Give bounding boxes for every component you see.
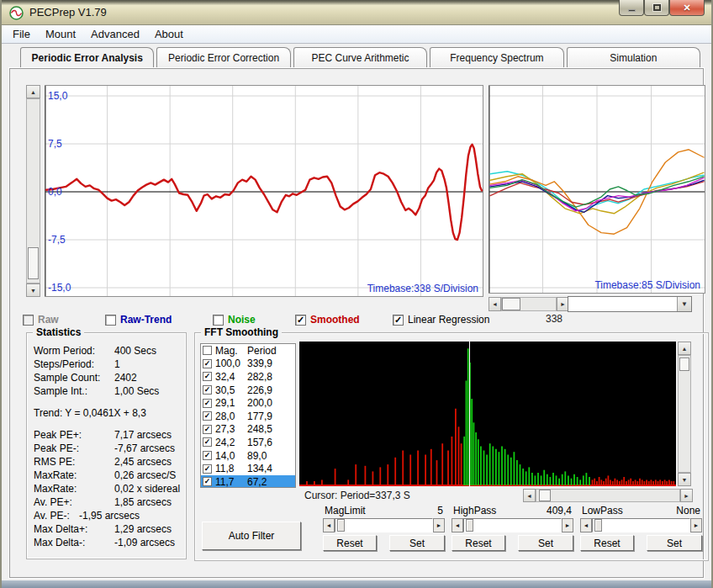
- fft-period-value: 67,2: [247, 476, 295, 488]
- highpass-slider[interactable]: ◄►: [452, 518, 573, 532]
- toggle-raw-trend[interactable]: Raw-Trend: [105, 314, 172, 326]
- menu-item-file[interactable]: File: [5, 26, 38, 42]
- fft-list-row[interactable]: ✓32,4282,8: [201, 370, 295, 384]
- fft-spectrum-chart[interactable]: [299, 342, 676, 486]
- periodic-error-chart[interactable]: 15,07,50,0-7,5-15,0Timebase:338 S/Divisi…: [45, 85, 483, 297]
- fft-period-value: 177,9: [247, 411, 295, 422]
- fft-list-row[interactable]: ✓27,3248,5: [201, 423, 295, 437]
- checkbox-checked[interactable]: ✓: [203, 464, 212, 474]
- slider-thumb[interactable]: [466, 519, 473, 532]
- menu-item-about[interactable]: About: [147, 26, 191, 42]
- checkbox-checked[interactable]: ✓: [295, 315, 306, 326]
- scroll-down-icon[interactable]: ▼: [678, 473, 691, 486]
- stats-row: Max Delta-:-1,09 arcsecs: [27, 537, 186, 550]
- header-checkbox[interactable]: [203, 346, 212, 355]
- toggle-linear-regression[interactable]: ✓Linear Regression: [393, 314, 489, 326]
- stat-value: 1: [114, 358, 120, 370]
- filter-label: LowPass: [582, 505, 623, 516]
- stat-value: 0,02 x sidereal: [114, 483, 180, 495]
- menu-item-mount[interactable]: Mount: [38, 26, 83, 42]
- toggle-smoothed[interactable]: ✓Smoothed: [295, 314, 360, 326]
- maximize-button[interactable]: [644, 0, 669, 16]
- lowpass-reset-button[interactable]: Reset: [580, 535, 634, 551]
- slider-thumb[interactable]: [337, 519, 345, 532]
- overlay-chart-hscrollbar[interactable]: ◄ ►: [489, 297, 569, 311]
- fft-list-row[interactable]: ✓11,8134,4: [201, 462, 295, 475]
- fft-list-row[interactable]: ✓28,0177,9: [201, 410, 295, 423]
- scroll-up-icon[interactable]: ▲: [26, 85, 40, 98]
- fft-list-row[interactable]: ✓30,5226,9: [201, 384, 295, 397]
- stats-spacer: [27, 421, 186, 429]
- checkbox-checked[interactable]: ✓: [203, 372, 212, 381]
- fft-list-row[interactable]: ✓24,2157,6: [201, 436, 295, 449]
- toggle-noise[interactable]: Noise: [213, 314, 256, 326]
- checkbox-unchecked[interactable]: [213, 315, 224, 326]
- checkbox-unchecked[interactable]: [105, 315, 116, 326]
- slider-thumb[interactable]: [594, 519, 602, 532]
- maglimit-reset-button[interactable]: Reset: [323, 535, 377, 551]
- checkbox-checked[interactable]: ✓: [203, 359, 212, 368]
- fft-chart-hscrollbar[interactable]: ◄ ►: [523, 489, 693, 502]
- slider-track[interactable]: [592, 518, 690, 532]
- maglimit-slider[interactable]: ◄►: [323, 518, 445, 532]
- maglimit-set-button[interactable]: Set: [389, 535, 445, 551]
- slider-track[interactable]: [463, 518, 562, 532]
- window-title: PECPrep V1.79: [29, 6, 107, 19]
- scrollbar-thumb[interactable]: [679, 358, 689, 371]
- tab-pec-curve-arithmetic[interactable]: PEC Curve Arithmetic: [293, 47, 427, 68]
- scroll-right-icon[interactable]: ►: [680, 489, 693, 502]
- checkbox-checked[interactable]: ✓: [203, 477, 212, 486]
- lowpass-slider[interactable]: ◄►: [580, 518, 702, 532]
- checkbox-checked[interactable]: ✓: [203, 399, 212, 408]
- slider-left-icon[interactable]: ◄: [580, 518, 592, 532]
- menu-item-advanced[interactable]: Advanced: [83, 26, 147, 42]
- main-chart-vscrollbar[interactable]: ▲ ▼: [26, 85, 40, 297]
- scroll-left-icon[interactable]: ◄: [489, 297, 501, 311]
- checkbox-checked[interactable]: ✓: [203, 411, 212, 421]
- fft-mag-value: 32,4: [215, 371, 247, 383]
- slider-left-icon[interactable]: ◄: [323, 518, 335, 532]
- scroll-down-icon[interactable]: ▼: [26, 283, 40, 297]
- scroll-left-icon[interactable]: ◄: [523, 489, 536, 502]
- auto-filter-button[interactable]: Auto Filter: [202, 522, 301, 550]
- slider-right-icon[interactable]: ►: [690, 518, 702, 532]
- scrollbar-thumb[interactable]: [502, 298, 520, 310]
- fft-chart-vscrollbar[interactable]: ▲ ▼: [678, 342, 691, 486]
- fft-period-value: 89,0: [247, 450, 295, 462]
- overlay-selection-dropdown[interactable]: ▼: [568, 296, 692, 312]
- fft-component-list[interactable]: Mag.Period✓100,0339,9✓32,4282,8✓30,5226,…: [200, 343, 296, 488]
- minimize-button[interactable]: [619, 0, 644, 16]
- checkbox-checked[interactable]: ✓: [203, 451, 212, 460]
- checkbox-checked[interactable]: ✓: [203, 425, 212, 434]
- checkbox-checked[interactable]: ✓: [203, 385, 212, 395]
- checkbox-checked[interactable]: ✓: [393, 315, 404, 326]
- fft-list-row[interactable]: ✓100,0339,9: [201, 358, 295, 371]
- close-button[interactable]: ✕: [669, 0, 705, 16]
- checkbox-unchecked[interactable]: [23, 315, 34, 326]
- fft-list-row[interactable]: ✓11,767,2: [201, 475, 295, 488]
- worm-cycle-overlay-chart[interactable]: Timebase:85 S/Division: [489, 85, 705, 294]
- slider-right-icon[interactable]: ►: [433, 518, 445, 532]
- tab-periodic-error-analysis[interactable]: Periodic Error Analysis: [20, 47, 154, 68]
- stat-label: Sample Count:: [34, 372, 100, 384]
- fft-list-row[interactable]: ✓14,089,0: [201, 449, 295, 463]
- fft-cursor-readout: Cursor: Period=337,3 S: [304, 490, 410, 501]
- tab-simulation[interactable]: Simulation: [567, 47, 700, 68]
- scrollbar-thumb[interactable]: [539, 490, 551, 501]
- slider-track[interactable]: [335, 518, 433, 532]
- highpass-set-button[interactable]: Set: [518, 535, 573, 551]
- slider-right-icon[interactable]: ►: [562, 518, 573, 532]
- checkbox-checked[interactable]: ✓: [203, 437, 212, 447]
- slider-left-icon[interactable]: ◄: [452, 518, 463, 532]
- scrollbar-thumb[interactable]: [28, 247, 39, 279]
- toggle-raw[interactable]: Raw: [23, 314, 59, 326]
- scroll-up-icon[interactable]: ▲: [678, 342, 691, 355]
- tab-periodic-error-correction[interactable]: Periodic Error Correction: [156, 47, 290, 68]
- fft-list-row[interactable]: ✓29,1200,0: [201, 396, 295, 410]
- highpass-reset-button[interactable]: Reset: [452, 535, 505, 551]
- toggle-label: Linear Regression: [408, 314, 489, 326]
- chevron-down-icon[interactable]: ▼: [677, 297, 691, 311]
- tab-frequency-spectrum[interactable]: Frequency Spectrum: [430, 47, 563, 68]
- lowpass-set-button[interactable]: Set: [647, 535, 702, 551]
- fft-period-value: 200,0: [247, 397, 295, 409]
